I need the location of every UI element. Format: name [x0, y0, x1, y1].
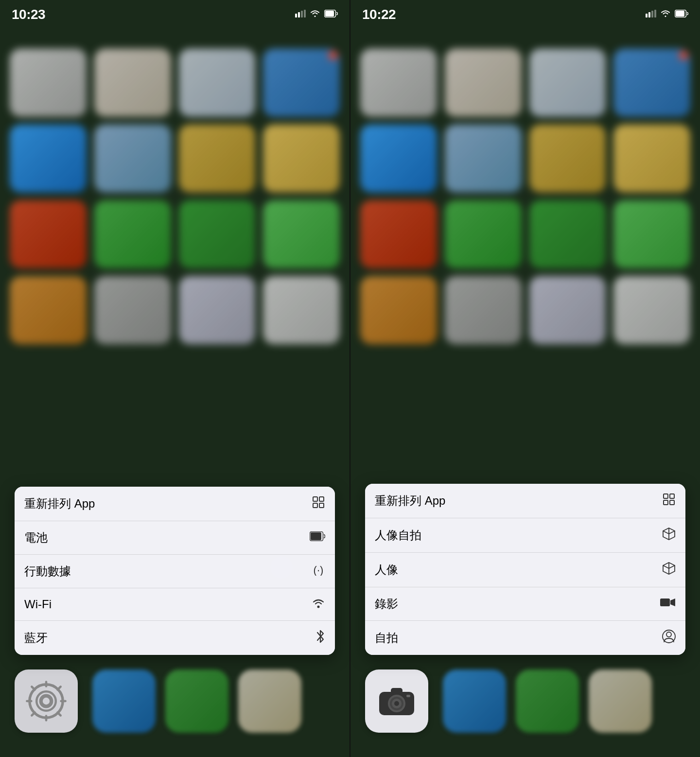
right-menu-item-rearrange-label: 重新排列 App	[375, 493, 445, 509]
svg-rect-29	[654, 10, 656, 18]
svg-line-20	[32, 687, 35, 689]
menu-item-bluetooth[interactable]: 藍牙	[15, 621, 335, 655]
app-icon	[179, 49, 256, 117]
left-app-grid	[0, 39, 350, 354]
right-menu-item-video[interactable]: 錄影	[365, 587, 685, 621]
svg-rect-1	[298, 12, 300, 18]
svg-rect-28	[651, 11, 653, 18]
battery-menu-icon	[310, 531, 325, 544]
left-time: 10:23	[12, 7, 45, 22]
app-icon	[10, 200, 87, 268]
settings-dock-icon[interactable]	[15, 669, 78, 733]
menu-item-battery[interactable]: 電池	[15, 521, 335, 555]
right-dock-blur-icon-3	[589, 669, 652, 733]
svg-text:(·): (·)	[314, 564, 324, 576]
menu-item-battery-label: 電池	[24, 530, 48, 546]
right-dock-blur-icon-2	[516, 669, 579, 733]
svg-line-22	[57, 687, 60, 689]
grid-icon	[312, 495, 325, 512]
app-icon	[263, 200, 340, 268]
cube-icon-2	[662, 562, 676, 578]
person-icon	[662, 630, 676, 646]
app-icon	[94, 49, 171, 117]
app-icon	[529, 276, 606, 344]
menu-item-wifi[interactable]: Wi-Fi	[15, 588, 335, 621]
app-icon	[179, 200, 256, 268]
app-icon	[360, 200, 437, 268]
svg-point-25	[43, 698, 50, 704]
right-menu-item-portrait-label: 人像	[375, 562, 398, 578]
svg-line-23	[32, 712, 35, 715]
right-menu-item-selfie-label: 自拍	[375, 630, 398, 646]
app-icon	[445, 200, 522, 268]
left-dock	[15, 665, 335, 738]
svg-rect-36	[660, 599, 670, 606]
battery-icon	[324, 10, 338, 20]
right-menu-item-portrait-selfie-label: 人像自拍	[375, 528, 421, 543]
svg-rect-43	[391, 688, 402, 694]
right-menu-item-rearrange[interactable]: 重新排列 App	[365, 484, 685, 518]
right-battery-icon	[675, 10, 688, 20]
right-status-icons	[646, 10, 688, 20]
app-icon	[94, 200, 171, 268]
app-icon	[360, 276, 437, 344]
bluetooth-icon	[315, 630, 325, 646]
menu-item-wifi-label: Wi-Fi	[24, 598, 52, 611]
svg-rect-34	[664, 500, 668, 505]
svg-rect-44	[406, 695, 410, 697]
svg-rect-2	[301, 11, 303, 18]
svg-rect-32	[664, 494, 668, 498]
app-icon	[529, 200, 606, 268]
app-icon	[529, 49, 606, 117]
wifi-menu-icon	[312, 597, 325, 612]
right-menu-item-video-label: 錄影	[375, 596, 398, 612]
right-menu-item-portrait-selfie[interactable]: 人像自拍	[365, 518, 685, 553]
left-status-icons	[295, 10, 338, 20]
right-context-menu[interactable]: 重新排列 App 人像自拍	[365, 484, 685, 655]
left-phone: 10:23	[0, 0, 350, 757]
app-icon	[613, 124, 690, 193]
svg-rect-0	[295, 14, 297, 18]
right-phone: 10:22	[350, 0, 700, 757]
svg-rect-6	[313, 497, 317, 501]
app-icon	[613, 49, 690, 117]
app-icon	[360, 124, 437, 193]
app-icon	[445, 49, 522, 117]
svg-rect-3	[304, 10, 306, 18]
app-icon	[179, 276, 256, 344]
svg-point-42	[394, 701, 399, 706]
app-icon	[613, 276, 690, 344]
app-icon	[263, 276, 340, 344]
app-icon	[94, 276, 171, 344]
svg-rect-33	[670, 494, 674, 498]
app-icon	[263, 124, 340, 193]
right-menu-item-portrait[interactable]: 人像	[365, 553, 685, 587]
svg-rect-5	[325, 11, 334, 17]
left-context-menu[interactable]: 重新排列 App 電池 行動數據	[15, 487, 335, 655]
right-app-grid	[350, 39, 700, 354]
svg-rect-26	[646, 14, 648, 18]
cellular-icon: (·)	[312, 564, 325, 579]
svg-rect-31	[676, 11, 684, 17]
dock-blur-icon-1	[92, 669, 156, 733]
menu-item-bluetooth-label: 藍牙	[24, 630, 48, 646]
app-icon	[529, 124, 606, 193]
menu-item-rearrange-label: 重新排列 App	[24, 496, 95, 511]
right-wifi-icon	[660, 10, 671, 20]
app-icon	[360, 49, 437, 117]
camera-dock-icon[interactable]	[365, 669, 428, 733]
svg-rect-8	[313, 503, 317, 508]
menu-item-cellular[interactable]: 行動數據 (·)	[15, 555, 335, 588]
svg-rect-35	[670, 500, 674, 505]
right-signal-icon	[646, 10, 656, 20]
left-dock-blur-icons	[92, 669, 301, 733]
app-icon	[179, 124, 256, 193]
right-dock	[365, 665, 685, 738]
svg-rect-9	[319, 503, 324, 508]
svg-point-37	[666, 632, 671, 637]
menu-item-cellular-label: 行動數據	[24, 563, 71, 579]
app-icon	[94, 124, 171, 193]
menu-item-rearrange[interactable]: 重新排列 App	[15, 487, 335, 521]
app-icon	[10, 276, 87, 344]
right-menu-item-selfie[interactable]: 自拍	[365, 621, 685, 655]
